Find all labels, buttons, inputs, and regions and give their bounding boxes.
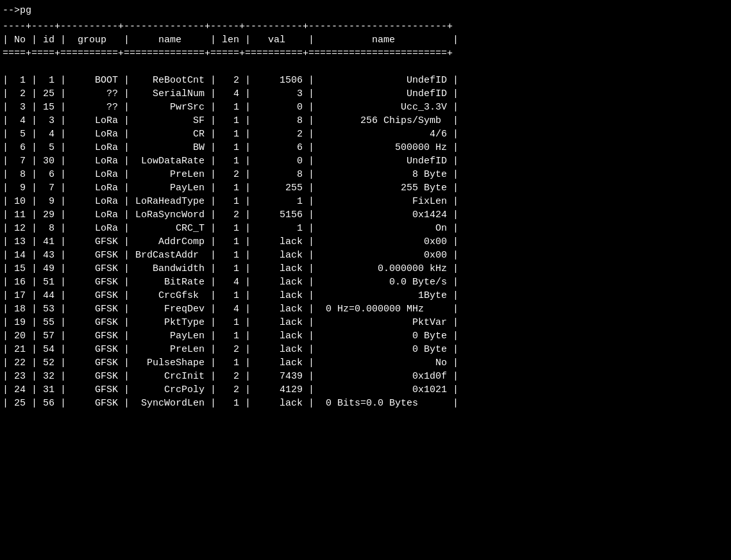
table-row: | 10 | 9 | LoRa | LoRaHeadType | 1 | 1 |… <box>0 195 731 208</box>
table-row: | 20 | 57 | GFSK | PayLen | 1 | lack | 0… <box>0 329 731 343</box>
table-row: | 1 | 1 | BOOT | ReBootCnt | 2 | 1506 | … <box>0 74 731 87</box>
table-row: | 2 | 25 | ?? | SerialNum | 4 | 3 | Unde… <box>0 87 731 101</box>
table-row: | 21 | 54 | GFSK | PreLen | 2 | lack | 0… <box>0 343 731 356</box>
table-row: | 7 | 30 | LoRa | LowDataRate | 1 | 0 | … <box>0 154 731 168</box>
table-row: | 9 | 7 | LoRa | PayLen | 1 | 255 | 255 … <box>0 181 731 195</box>
table-row: | 11 | 29 | LoRa | LoRaSyncWord | 2 | 51… <box>0 208 731 222</box>
table-row: | 12 | 8 | LoRa | CRC_T | 1 | 1 | On | <box>0 222 731 235</box>
title-bar: -->pg <box>0 3 731 20</box>
table-row: | 23 | 32 | GFSK | CrcInit | 2 | 7439 | … <box>0 370 731 383</box>
table-row: | 3 | 15 | ?? | PwrSrc | 1 | 0 | Ucc_3.3… <box>0 101 731 114</box>
table-row: | 17 | 44 | GFSK | CrcGfsk | 1 | lack | … <box>0 289 731 302</box>
table-row: | 25 | 56 | GFSK | SyncWordLen | 1 | lac… <box>0 397 731 410</box>
table-row: | 13 | 41 | GFSK | AddrComp | 1 | lack |… <box>0 235 731 249</box>
table-row: | 6 | 5 | LoRa | BW | 1 | 6 | 500000 Hz … <box>0 141 731 154</box>
table-row: | 4 | 3 | LoRa | SF | 1 | 8 | 256 Chips/… <box>0 114 731 128</box>
table-row: | 15 | 49 | GFSK | Bandwidth | 1 | lack … <box>0 262 731 276</box>
table-row: | 18 | 53 | GFSK | FreqDev | 4 | lack | … <box>0 302 731 316</box>
table-row: | 22 | 52 | GFSK | PulseShape | 1 | lack… <box>0 356 731 370</box>
table-row: | 24 | 31 | GFSK | CrcPoly | 2 | 4129 | … <box>0 383 731 397</box>
table-row: | 14 | 43 | GFSK | BrdCastAddr | 1 | lac… <box>0 249 731 262</box>
column-headers: | No | id | group | name | len | val | n… <box>0 33 731 47</box>
table-row: | 19 | 55 | GFSK | PktType | 1 | lack | … <box>0 316 731 329</box>
terminal-window: -->pg ----+----+----------+-------------… <box>0 0 731 560</box>
table-row: | 8 | 6 | LoRa | PreLen | 2 | 8 | 8 Byte… <box>0 168 731 181</box>
table-row: | 5 | 4 | LoRa | CR | 1 | 2 | 4/6 | <box>0 128 731 141</box>
separator-top: ----+----+----------+--------------+----… <box>0 20 731 33</box>
table-row: | 16 | 51 | GFSK | BitRate | 4 | lack | … <box>0 276 731 289</box>
empty-row-1 <box>0 60 731 74</box>
separator-header: ====+====+==========+==============+====… <box>0 47 731 60</box>
